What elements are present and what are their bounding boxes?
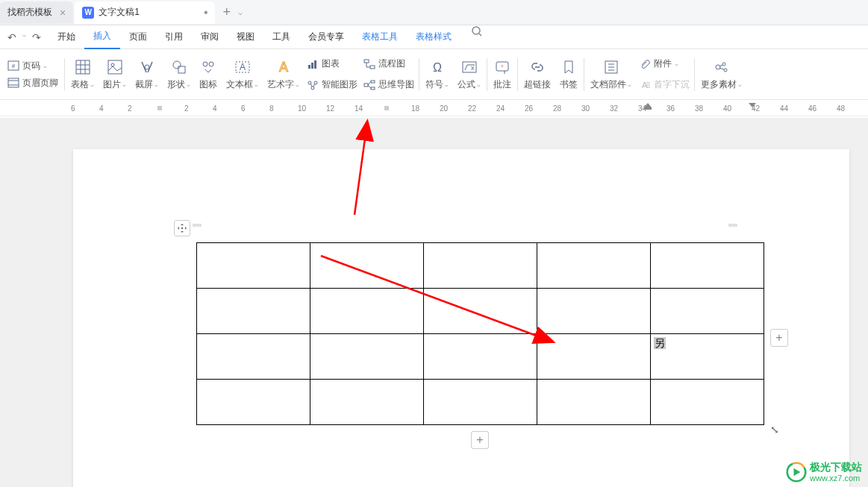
svg-line-53: [719, 68, 724, 69]
table-move-handle[interactable]: [174, 220, 190, 236]
svg-text:Ω: Ω: [433, 61, 442, 74]
ruler-tick: 4: [99, 104, 104, 113]
undo-dropdown[interactable]: ⌵: [21, 30, 28, 45]
ruler-tick: 22: [468, 104, 476, 113]
tab-document[interactable]: W 文字文稿1 •: [75, 1, 215, 24]
add-tab-dropdown[interactable]: ⌵: [237, 8, 243, 16]
picture-button[interactable]: 图片⌵: [99, 55, 131, 94]
svg-rect-57: [644, 107, 652, 110]
document-area: 另 + + ⤡ ⌵: [0, 118, 868, 487]
bookmark-button[interactable]: 书签: [555, 55, 582, 94]
tab-template[interactable]: 找稻壳模板 ×: [0, 1, 73, 24]
close-icon[interactable]: ×: [60, 7, 66, 19]
ruler-tick: 26: [525, 104, 533, 113]
svg-point-15: [173, 61, 181, 69]
comment-button[interactable]: + 批注: [489, 55, 516, 94]
menu-insert[interactable]: 插入: [84, 25, 120, 49]
add-tab-button[interactable]: +: [216, 4, 237, 20]
ruler-tick: 48: [837, 104, 845, 113]
svg-point-51: [724, 69, 727, 72]
page[interactable]: 另 + + ⤡ ⌵: [73, 149, 849, 487]
svg-rect-33: [371, 81, 375, 83]
indent-marker[interactable]: [644, 100, 652, 112]
add-row-button[interactable]: +: [471, 431, 489, 449]
svg-rect-32: [364, 84, 368, 87]
svg-text:+: +: [500, 63, 504, 70]
svg-line-29: [313, 84, 315, 87]
menu-start[interactable]: 开始: [49, 25, 84, 49]
page-number-button[interactable]: # 页码⌵: [7, 60, 47, 72]
unsaved-dot-icon: •: [204, 6, 208, 19]
redo-icon[interactable]: ↷: [31, 30, 43, 45]
wordart-button[interactable]: A 艺术字⌵: [263, 55, 304, 94]
ruler-tick: 20: [440, 104, 448, 113]
svg-rect-7: [76, 60, 90, 74]
svg-rect-23: [311, 63, 313, 69]
svg-line-1: [479, 34, 481, 36]
symbol-button[interactable]: Ω 符号⌵: [421, 55, 453, 94]
undo-icon[interactable]: ↶: [6, 30, 18, 45]
svg-point-0: [472, 27, 480, 34]
ruler-tick: 18: [411, 104, 419, 113]
table-row: [197, 243, 764, 289]
menu-tools[interactable]: 工具: [263, 25, 299, 49]
attachment-button[interactable]: 附件⌵: [639, 55, 690, 73]
document-table[interactable]: 另: [196, 242, 764, 425]
svg-rect-55: [384, 106, 389, 110]
menu-review[interactable]: 审阅: [192, 25, 228, 49]
equation-button[interactable]: x 公式⌵: [453, 55, 485, 94]
watermark-title: 极光下载站: [810, 462, 862, 473]
mindmap-button[interactable]: 思维导图: [363, 76, 414, 94]
ruler-tick: 36: [666, 104, 675, 113]
tab-template-label: 找稻壳模板: [7, 6, 52, 19]
flowchart-button[interactable]: 流程图: [363, 55, 414, 73]
svg-marker-56: [644, 103, 652, 107]
table-row: [197, 289, 764, 334]
svg-text:A: A: [278, 60, 287, 75]
svg-text:x: x: [471, 64, 475, 72]
header-footer-button[interactable]: 页眉页脚: [7, 77, 58, 89]
icon-button[interactable]: 图标: [195, 55, 222, 94]
table-resize-handle[interactable]: ⤡: [770, 424, 779, 436]
ruler-tick: 12: [326, 104, 334, 113]
table-row: 另: [197, 334, 764, 380]
tab-bar: 找稻壳模板 × W 文字文稿1 • + ⌵: [0, 0, 868, 25]
shape-button[interactable]: 形状⌵: [163, 55, 195, 94]
ruler-tick: 28: [553, 104, 561, 113]
smartart-button[interactable]: 智能图形: [307, 76, 357, 94]
indent-marker[interactable]: [749, 100, 756, 112]
ruler-tick: 4: [213, 104, 217, 113]
search-icon[interactable]: [460, 25, 493, 49]
ruler[interactable]: 6422468101214182022242628303234363840424…: [0, 100, 868, 116]
doc-parts-button[interactable]: 文档部件⌵: [586, 55, 636, 94]
chart-button[interactable]: 图表: [307, 55, 357, 73]
add-column-button[interactable]: +: [770, 329, 788, 347]
hyperlink-button[interactable]: 超链接: [519, 55, 555, 94]
menu-reference[interactable]: 引用: [156, 25, 192, 49]
ruler-tick: 32: [610, 104, 618, 113]
textbox-button[interactable]: A 文本框⌵: [222, 55, 263, 94]
menu-page[interactable]: 页面: [120, 25, 156, 49]
menu-table-tools[interactable]: 表格工具: [353, 25, 407, 49]
ruler-tick: 2: [128, 104, 132, 113]
table-row: [197, 380, 764, 425]
menu-vip[interactable]: 会员专享: [299, 25, 353, 49]
svg-rect-12: [108, 60, 122, 74]
screenshot-button[interactable]: 截屏⌵: [131, 55, 163, 94]
word-doc-icon: W: [82, 7, 94, 19]
menu-view[interactable]: 视图: [228, 25, 263, 49]
table-cell-r2c4[interactable]: 另: [651, 334, 764, 380]
ruler-tick: 40: [723, 104, 731, 113]
menu-table-style[interactable]: 表格样式: [407, 25, 460, 49]
ruler-tick: 6: [241, 104, 246, 113]
menu-bar: ↶ ⌵ ↷ 开始 插入 页面 引用 审阅 视图 工具 会员专享 表格工具 表格样…: [0, 25, 868, 49]
watermark-url: www.xz7.com: [810, 474, 862, 483]
ruler-tick: 14: [355, 104, 363, 113]
ruler-tick: [156, 104, 163, 113]
table-button[interactable]: 表格⌵: [66, 55, 99, 94]
svg-rect-54: [157, 106, 162, 110]
ruler-tick: 24: [496, 104, 505, 113]
more-resources-button[interactable]: 更多素材⌵: [696, 55, 746, 94]
dropcap-button[interactable]: A 首字下沉: [639, 76, 690, 94]
svg-point-49: [716, 65, 720, 69]
